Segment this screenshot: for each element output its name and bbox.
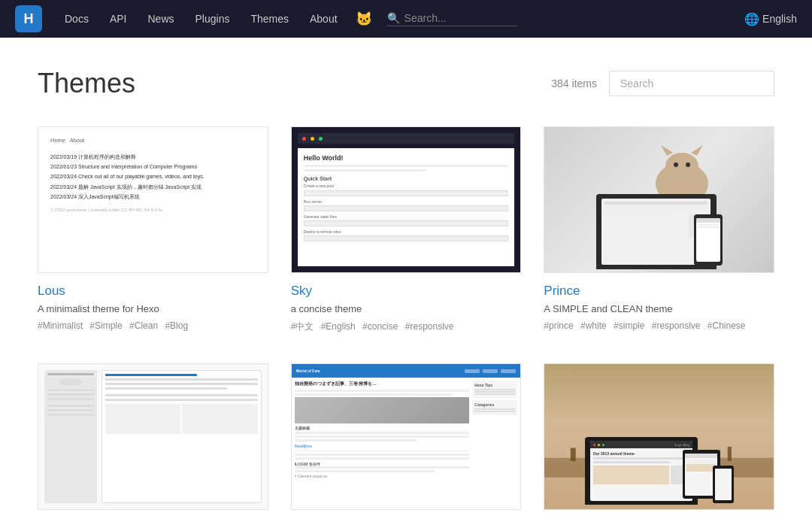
theme-card-prince[interactable]: Prince A SIMPLE and CLEAN theme #prince … [544,126,774,333]
nav-item-plugins[interactable]: Plugins [185,0,241,38]
svg-point-4 [674,162,678,167]
theme-desc-sky: a concise theme [291,303,522,314]
prince-preview-content [544,127,774,272]
svg-point-5 [686,162,690,167]
nav-item-about[interactable]: About [299,0,348,38]
nav-item-themes[interactable]: Themes [240,0,299,38]
theme-desc-lous: A minimalist theme for Hexo [38,303,268,314]
theme-card-minos[interactable]: Troy's Blog Our 2013 annual theme [544,363,774,519]
theme-card-lous[interactable]: Home About 2022/03/19 计算机程序的构造和解释 2022/0… [38,126,268,333]
nav-item-api[interactable]: API [99,0,138,38]
theme-preview-lous: Home About 2022/03/19 计算机程序的构造和解释 2022/0… [38,126,268,273]
theme-name-lous: Lous [38,284,268,299]
svg-marker-2 [661,145,673,156]
cactus-preview-content [38,364,268,509]
sky-preview-content: Hello World! Quick Start Create a new po… [292,127,521,272]
theme-desc-prince: A SIMPLE and CLEAN theme [544,303,774,314]
theme-card-next[interactable]: World of Fate 独自開発のつまずき記事、三巻 推博を... [291,363,522,519]
theme-tags-lous: #Minimalist #Simple #Clean #Blog [38,320,268,331]
main-content: Themes 384 items Home About 2022/03/19 计… [0,38,812,519]
theme-card-cactus[interactable]: Cactus A clean blog theme #clean #blog #… [38,363,268,519]
language-selector[interactable]: 🌐 English [744,12,797,26]
svg-rect-10 [728,447,732,461]
svg-marker-3 [691,145,703,156]
navbar: H Docs API News Plugins Themes About 🐱 🔍… [0,0,812,38]
search-icon: 🔍 [387,12,400,24]
cat-icon[interactable]: 🐱 [348,11,380,27]
nav-item-docs[interactable]: Docs [54,0,99,38]
nav-search: 🔍 [387,12,517,26]
page-title: Themes [38,68,551,99]
nav-links: Docs API News Plugins Themes About [54,0,348,38]
svg-point-1 [665,153,698,180]
lous-preview-content: Home About 2022/03/19 计算机程序的构造和解释 2022/0… [38,127,268,272]
themes-search-input[interactable] [609,71,774,96]
theme-tags-sky: #中文 #English #concise #responsive [291,320,522,333]
theme-preview-minos: Troy's Blog Our 2013 annual theme [544,363,774,510]
theme-preview-next: World of Fate 独自開発のつまずき記事、三巻 推博を... [291,363,522,510]
nav-item-news[interactable]: News [137,0,184,38]
theme-name-prince: Prince [544,284,774,299]
language-label: English [762,13,797,25]
svg-rect-7 [571,448,576,461]
nav-search-input[interactable] [404,12,517,24]
themes-grid: Home About 2022/03/19 计算机程序的构造和解释 2022/0… [38,126,774,519]
theme-name-sky: Sky [291,284,522,299]
theme-preview-sky: Hello World! Quick Start Create a new po… [291,126,522,273]
page-header: Themes 384 items [38,68,774,99]
theme-tags-prince: #prince #white #simple #responsive #Chin… [544,320,774,331]
site-logo[interactable]: H [15,5,42,32]
lous-nav: Home About [50,136,256,145]
theme-card-sky[interactable]: Hello World! Quick Start Create a new po… [291,126,522,333]
theme-preview-prince [544,126,774,273]
next-preview-content: World of Fate 独自開発のつまずき記事、三巻 推博を... [292,364,521,509]
minos-preview-content: Troy's Blog Our 2013 annual theme [544,364,774,509]
items-count: 384 items [551,77,597,90]
globe-icon: 🌐 [744,12,759,26]
theme-preview-cactus [38,363,268,510]
